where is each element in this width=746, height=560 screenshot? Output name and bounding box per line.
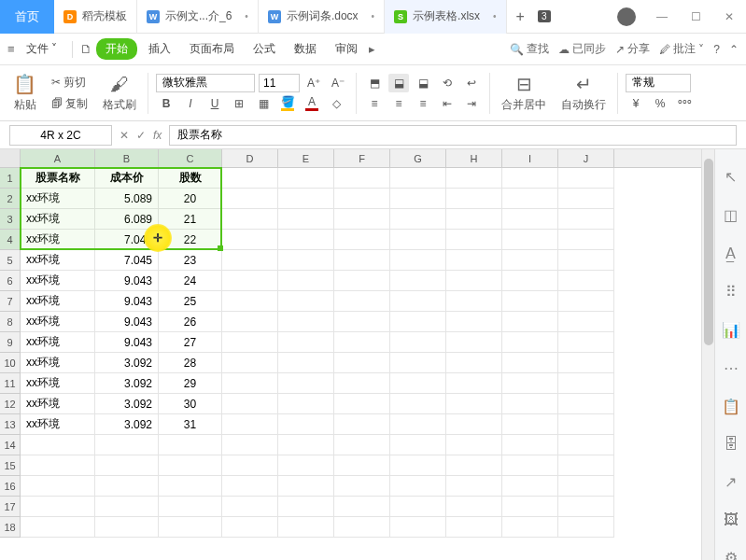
- row-header-12[interactable]: 12: [0, 394, 20, 414]
- cell[interactable]: [558, 435, 614, 455]
- search-button[interactable]: 🔍 查找: [510, 41, 549, 57]
- clear-button[interactable]: ◇: [326, 94, 346, 113]
- grid[interactable]: A B C D E F G H I J 12345678910111213141…: [0, 149, 701, 560]
- col-header-g[interactable]: G: [390, 149, 446, 167]
- cell[interactable]: [390, 332, 446, 353]
- cell[interactable]: [558, 497, 614, 517]
- name-box[interactable]: [9, 125, 112, 146]
- cell[interactable]: [278, 168, 334, 189]
- doc-tab-word1[interactable]: W 示例文...介_6 •: [137, 0, 259, 34]
- doc-tab-word2[interactable]: W 示例词条.docx •: [259, 0, 385, 34]
- cell[interactable]: [278, 414, 334, 435]
- cell[interactable]: [278, 476, 334, 497]
- cell[interactable]: 30: [159, 394, 222, 414]
- cell[interactable]: [390, 250, 446, 271]
- cell[interactable]: [222, 476, 278, 497]
- cell[interactable]: [21, 517, 95, 538]
- cut-button[interactable]: ✂ 剪切: [48, 73, 91, 92]
- fill-color-button[interactable]: 🪣: [277, 94, 298, 113]
- cell[interactable]: [222, 332, 278, 353]
- cell[interactable]: [334, 414, 390, 435]
- cell[interactable]: 20: [159, 189, 222, 209]
- select-all-corner[interactable]: [0, 149, 21, 167]
- align-left-icon[interactable]: ≡: [364, 94, 385, 113]
- cell[interactable]: [390, 373, 446, 394]
- minimize-button[interactable]: —: [645, 0, 679, 34]
- cell[interactable]: 25: [159, 291, 222, 312]
- cell[interactable]: [502, 291, 558, 312]
- hamburger-icon[interactable]: ≡: [7, 42, 15, 56]
- cell[interactable]: 21: [159, 209, 222, 230]
- avatar[interactable]: [617, 7, 636, 26]
- apps-icon[interactable]: ⠿: [725, 283, 737, 301]
- cell[interactable]: [390, 168, 446, 189]
- cell[interactable]: [446, 291, 502, 312]
- cell[interactable]: [222, 414, 278, 435]
- maximize-button[interactable]: ☐: [679, 0, 712, 34]
- cell[interactable]: [446, 373, 502, 394]
- cell[interactable]: [159, 517, 222, 538]
- cell[interactable]: 成本价: [95, 168, 159, 189]
- cell[interactable]: [390, 271, 446, 291]
- cancel-icon[interactable]: ✕: [120, 129, 129, 142]
- cell[interactable]: [334, 291, 390, 312]
- cells[interactable]: 股票名称成本价股数xx环境5.08920xx环境6.08921xx环境7.045…: [21, 168, 701, 538]
- cell[interactable]: [222, 353, 278, 373]
- cell[interactable]: [159, 476, 222, 497]
- cell[interactable]: 7.045: [95, 230, 159, 250]
- cell[interactable]: 7.045: [95, 250, 159, 271]
- cell[interactable]: 29: [159, 373, 222, 394]
- col-header-f[interactable]: F: [334, 149, 390, 167]
- cell[interactable]: [278, 353, 334, 373]
- menu-review[interactable]: 审阅: [328, 37, 365, 61]
- cell[interactable]: [502, 394, 558, 414]
- chart-icon[interactable]: 📊: [722, 321, 740, 339]
- cell[interactable]: [278, 517, 334, 538]
- cell[interactable]: [278, 291, 334, 312]
- cell[interactable]: xx环境: [21, 209, 95, 230]
- cell[interactable]: [278, 435, 334, 455]
- paste-button[interactable]: 📋粘贴: [9, 71, 40, 115]
- cell[interactable]: 9.043: [95, 291, 159, 312]
- cell[interactable]: [558, 189, 614, 209]
- col-header-a[interactable]: A: [21, 149, 95, 167]
- cell[interactable]: xx环境: [21, 394, 95, 414]
- italic-button[interactable]: I: [180, 94, 201, 113]
- cell[interactable]: [222, 373, 278, 394]
- cell[interactable]: [222, 189, 278, 209]
- align-middle-icon[interactable]: ⬓: [388, 74, 409, 92]
- format-painter-button[interactable]: 🖌格式刷: [99, 72, 140, 115]
- cell[interactable]: [390, 517, 446, 538]
- cell[interactable]: 24: [159, 271, 222, 291]
- cell[interactable]: [558, 517, 614, 538]
- cell[interactable]: [222, 291, 278, 312]
- col-header-d[interactable]: D: [222, 149, 278, 167]
- cell[interactable]: xx环境: [21, 250, 95, 271]
- formula-input[interactable]: [169, 125, 737, 146]
- cell[interactable]: [390, 394, 446, 414]
- menu-start[interactable]: 开始: [96, 38, 137, 60]
- cell[interactable]: [334, 394, 390, 414]
- cell[interactable]: [502, 497, 558, 517]
- cell[interactable]: xx环境: [21, 271, 95, 291]
- cell[interactable]: [502, 353, 558, 373]
- percent-icon[interactable]: %: [650, 94, 670, 113]
- row-header-9[interactable]: 9: [0, 332, 20, 353]
- cell[interactable]: [21, 476, 95, 497]
- cell[interactable]: 28: [159, 353, 222, 373]
- cell[interactable]: [502, 476, 558, 497]
- increase-size-icon[interactable]: A⁺: [303, 74, 324, 92]
- cell[interactable]: [222, 168, 278, 189]
- comma-icon[interactable]: ᵒᵒᵒ: [674, 94, 695, 113]
- cell[interactable]: [278, 332, 334, 353]
- cell[interactable]: [558, 476, 614, 497]
- collapse-ribbon-icon[interactable]: ⌃: [729, 43, 739, 56]
- cell[interactable]: [558, 332, 614, 353]
- cell[interactable]: [334, 497, 390, 517]
- cell[interactable]: [446, 168, 502, 189]
- cell[interactable]: [159, 435, 222, 455]
- help-icon[interactable]: ?: [713, 43, 720, 56]
- cell[interactable]: [222, 209, 278, 230]
- cell[interactable]: 27: [159, 332, 222, 353]
- cell[interactable]: [334, 250, 390, 271]
